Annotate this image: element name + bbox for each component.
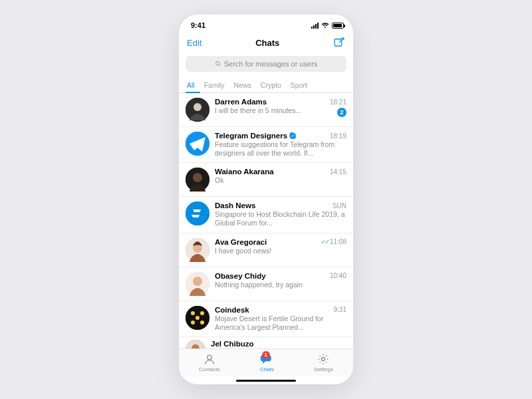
chat-time: 14:15 [330, 168, 346, 176]
search-placeholder: Serch for messages or users [224, 60, 318, 68]
tab-label: Settings [314, 366, 333, 372]
chat-name: Ava Gregoraci [215, 238, 267, 246]
chat-time: 9:31 [334, 306, 346, 313]
signal-icon [311, 23, 319, 29]
svg-point-7 [193, 173, 202, 182]
search-wrap: Serch for messages or users [179, 53, 353, 77]
status-indicators [311, 23, 344, 29]
battery-icon [332, 23, 344, 29]
svg-point-22 [322, 357, 325, 360]
chat-row[interactable]: Darren Adams 18:21 I will be there in 5 … [179, 93, 353, 127]
tab-badge: 1 [262, 351, 270, 359]
unread-badge: 2 [337, 108, 346, 117]
svg-point-8 [186, 201, 209, 225]
tab-settings[interactable]: Settings [314, 352, 333, 372]
settings-icon [317, 352, 330, 366]
avatar [186, 201, 209, 225]
svg-point-1 [215, 62, 219, 66]
svg-point-21 [207, 355, 212, 360]
phone-frame: 9:41 Edit Chats Serch for messages or us… [179, 15, 353, 384]
svg-point-18 [196, 316, 200, 320]
chat-row[interactable]: Ava Gregoraci ✓✓11:08 I have good news! [179, 233, 353, 267]
avatar [186, 98, 209, 122]
compose-icon [333, 37, 345, 49]
avatar [186, 306, 209, 330]
svg-point-4 [194, 103, 201, 111]
chat-list[interactable]: Darren Adams 18:21 I will be there in 5 … [179, 93, 353, 348]
avatar [186, 340, 205, 348]
svg-rect-0 [334, 39, 342, 47]
chat-time: 18:21 [330, 98, 346, 106]
chat-preview: Feature suggestions for Telegram from de… [215, 140, 346, 158]
tab-bar: Contacts 1 Chats Settings [179, 348, 353, 376]
chat-preview: I will be there in 5 minutes... [215, 106, 333, 115]
svg-point-12 [193, 277, 202, 286]
tab-all[interactable]: All [187, 81, 195, 89]
tab-family[interactable]: Family [204, 81, 225, 89]
tab-news[interactable]: News [234, 81, 251, 89]
chat-preview: Nothing happened, try again [215, 281, 346, 289]
chat-name: Obasey Chidy [215, 272, 266, 280]
chat-row[interactable]: Waiano Akarana 14:15 Ok [179, 163, 353, 197]
tab-chats[interactable]: 1 Chats [260, 352, 274, 372]
svg-point-14 [191, 311, 195, 315]
contacts-icon [203, 352, 216, 366]
search-input[interactable]: Serch for messages or users [186, 56, 346, 72]
chat-time: 18:19 [330, 132, 346, 140]
chat-preview: Ok [215, 176, 346, 185]
avatar [186, 272, 209, 296]
compose-button[interactable] [333, 37, 345, 49]
chat-row[interactable]: Telegram Designers 18:19 Feature suggest… [179, 127, 353, 163]
tab-crypto[interactable]: Crypto [261, 81, 281, 89]
chat-name: Coindesk [215, 306, 249, 314]
svg-point-17 [200, 321, 204, 325]
chat-time: ✓✓11:08 [321, 238, 346, 245]
tab-sport[interactable]: Sport [291, 81, 307, 89]
svg-point-15 [200, 311, 204, 315]
chat-preview: I have good news! [215, 247, 346, 255]
chat-preview: Mojave Desert is Fertile Ground for Amer… [215, 315, 346, 332]
home-indicator [179, 376, 353, 384]
folder-tabs: All Family News Crypto Sport [179, 77, 353, 93]
search-icon [215, 61, 221, 67]
chat-row[interactable]: Coindesk 9:31 Mojave Desert is Fertile G… [179, 301, 353, 337]
chat-time: 10:40 [330, 272, 346, 279]
edit-button[interactable]: Edit [187, 38, 201, 48]
chat-time: SUN [332, 202, 346, 209]
read-checks-icon: ✓✓ [321, 238, 329, 245]
chat-name: Waiano Akarana [215, 168, 274, 176]
chat-name: Darren Adams [215, 98, 267, 106]
avatar [186, 168, 209, 192]
chat-preview: Singapore to Host Blockchain Life 2019, … [215, 210, 346, 227]
verified-icon [289, 132, 296, 139]
status-time: 9:41 [191, 21, 205, 29]
status-bar: 9:41 [179, 15, 353, 32]
chat-row[interactable]: Obasey Chidy 10:40 Nothing happened, try… [179, 267, 353, 301]
nav-header: Edit Chats [179, 32, 353, 53]
svg-point-16 [191, 321, 195, 325]
chat-name: Dash News [215, 201, 255, 209]
tab-label: Chats [260, 366, 274, 372]
chat-row[interactable]: Dash News SUN Singapore to Host Blockcha… [179, 197, 353, 233]
chat-row[interactable]: Jel Chibuzo [179, 337, 353, 348]
page-title: Chats [255, 38, 279, 48]
tab-contacts[interactable]: Contacts [199, 352, 220, 372]
tab-label: Contacts [199, 366, 220, 372]
chat-name: Telegram Designers [215, 132, 287, 140]
avatar [186, 132, 209, 156]
chat-name: Jel Chibuzo [211, 340, 254, 348]
avatar [186, 238, 209, 262]
svg-line-2 [219, 65, 221, 66]
wifi-icon [321, 23, 329, 29]
